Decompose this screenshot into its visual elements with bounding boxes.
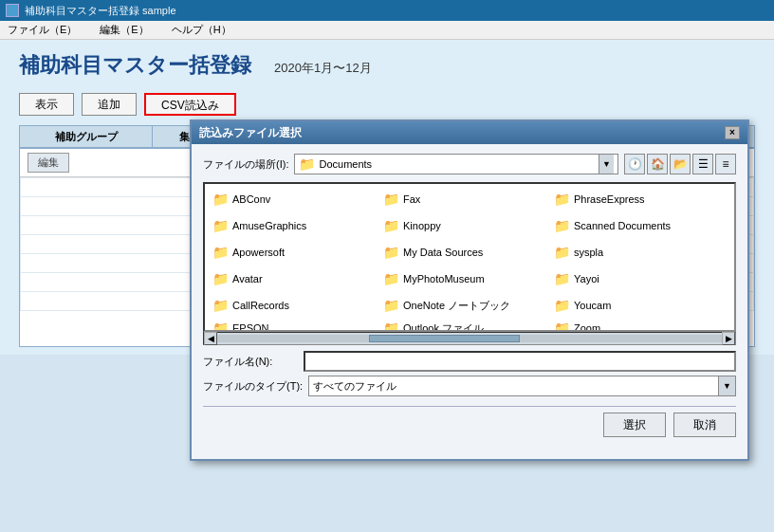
file-name: Outlook ファイル	[403, 321, 484, 333]
toolbar: 表示 追加 CSV読込み	[19, 93, 755, 116]
file-item[interactable]: 📁Outlook ファイル	[378, 319, 548, 332]
content-area: 編集 読込みファイル選択 ×	[19, 148, 755, 347]
location-value: Documents	[319, 158, 595, 170]
file-item[interactable]: 📁Youcam	[548, 292, 719, 319]
menu-file[interactable]: ファイル（E）	[4, 23, 81, 37]
file-item[interactable]: 📁CallRecords	[207, 292, 378, 319]
file-item[interactable]: 📁Apowersoft	[207, 239, 378, 266]
page-subtitle: 2020年1月〜12月	[274, 60, 372, 77]
location-dropdown-arrow[interactable]: ▼	[599, 155, 614, 174]
file-name: AmuseGraphics	[232, 220, 306, 231]
file-name: ABConv	[232, 193, 270, 205]
folder-icon: 📁	[554, 192, 570, 207]
scroll-thumb[interactable]	[369, 335, 521, 342]
main-area: 補助科目マスター括登録 2020年1月〜12月 表示 追加 CSV読込み 補助グ…	[0, 40, 774, 355]
file-item[interactable]: 📁My Data Sources	[378, 239, 548, 266]
nav-btn-recent[interactable]: 🕐	[624, 154, 645, 174]
file-name: Yayoi	[574, 273, 599, 284]
file-grid-inner: 📁ABConv📁Fax📁PhraseExpress📁AmuseGraphics📁…	[205, 184, 717, 332]
file-item[interactable]: 📁PhraseExpress	[548, 186, 719, 212]
dialog-title-bar: 読込みファイル選択 ×	[192, 121, 747, 144]
display-button[interactable]: 表示	[19, 93, 74, 116]
dialog-title: 読込みファイル選択	[199, 125, 302, 141]
location-dropdown[interactable]: 📁 Documents ▼	[294, 154, 618, 174]
page-title: 補助科目マスター括登録	[19, 51, 251, 80]
file-name: CallRecords	[232, 300, 289, 311]
file-name: Avatar	[232, 273, 263, 284]
file-name: Youcam	[574, 300, 611, 311]
scroll-right-btn[interactable]: ▶	[722, 332, 735, 345]
file-name: EPSON	[232, 322, 269, 332]
menu-help[interactable]: ヘルプ（H）	[168, 23, 235, 37]
folder-icon: 📁	[383, 321, 399, 332]
dialog-body: ファイルの場所(I): 📁 Documents ▼ 🕐 🏠 📂 ☰ ≡	[192, 144, 747, 445]
file-item[interactable]: 📁Zoom	[548, 319, 719, 332]
file-item[interactable]: 📁AmuseGraphics	[207, 212, 378, 239]
file-item[interactable]: 📁Fax	[378, 186, 548, 212]
file-item[interactable]: 📁ABConv	[207, 186, 378, 212]
folder-icon: 📁	[212, 192, 229, 207]
file-name: Scanned Documents	[574, 220, 671, 231]
filetype-row: ファイルのタイプ(T): すべてのファイル ▼	[203, 376, 736, 396]
folder-icon: 📁	[554, 298, 570, 313]
file-item[interactable]: 📁syspla	[548, 239, 719, 266]
horizontal-scrollbar[interactable]: ◀ ▶	[203, 332, 736, 345]
file-name: Fax	[403, 193, 420, 205]
scroll-track[interactable]	[217, 335, 722, 342]
folder-icon: 📁	[212, 218, 229, 233]
nav-btn-list[interactable]: ☰	[692, 154, 713, 174]
menu-bar: ファイル（E） 編集（E） ヘルプ（H）	[0, 21, 774, 40]
file-name: PhraseExpress	[574, 193, 645, 205]
csv-import-button[interactable]: CSV読込み	[144, 93, 236, 116]
menu-edit[interactable]: 編集（E）	[96, 23, 152, 37]
file-item[interactable]: 📁Yayoi	[548, 266, 719, 292]
file-name: Apowersoft	[232, 247, 285, 258]
title-bar: 補助科目マスター括登録 sample	[0, 0, 774, 21]
nav-btn-new-folder[interactable]: 📂	[670, 154, 691, 174]
folder-icon: 📁	[212, 271, 229, 286]
dialog-buttons: 選択 取消	[203, 406, 736, 437]
folder-icon: 📁	[383, 271, 399, 286]
select-button[interactable]: 選択	[603, 413, 666, 437]
cancel-button[interactable]: 取消	[673, 413, 736, 437]
folder-icon: 📁	[212, 321, 229, 332]
file-item[interactable]: 📁MyPhotoMuseum	[378, 266, 548, 292]
file-item[interactable]: 📁Kinoppy	[378, 212, 548, 239]
dialog-close-button[interactable]: ×	[725, 126, 740, 139]
file-name: MyPhotoMuseum	[403, 273, 485, 284]
filetype-value: すべてのファイル	[313, 379, 731, 394]
file-name: My Data Sources	[403, 247, 483, 258]
location-row: ファイルの場所(I): 📁 Documents ▼ 🕐 🏠 📂 ☰ ≡	[203, 154, 736, 174]
file-name: OneNote ノートブック	[403, 299, 510, 313]
file-item[interactable]: 📁Avatar	[207, 266, 378, 292]
nav-btn-details[interactable]: ≡	[715, 154, 736, 174]
folder-icon: 📁	[554, 321, 570, 332]
file-item[interactable]: 📁OneNote ノートブック	[378, 292, 548, 319]
folder-icon: 📁	[383, 192, 399, 207]
add-button[interactable]: 追加	[82, 93, 137, 116]
location-label: ファイルの場所(I):	[203, 157, 288, 172]
folder-icon: 📁	[554, 218, 570, 233]
scroll-left-btn[interactable]: ◀	[204, 332, 217, 345]
file-grid[interactable]: 📁ABConv📁Fax📁PhraseExpress📁AmuseGraphics📁…	[203, 182, 736, 332]
filetype-label: ファイルのタイプ(T):	[203, 379, 303, 394]
nav-btn-up[interactable]: 🏠	[647, 154, 668, 174]
folder-icon: 📁	[383, 218, 399, 233]
folder-icon: 📁	[212, 245, 229, 260]
filename-label: ファイル名(N):	[203, 355, 298, 369]
filetype-dropdown-arrow[interactable]: ▼	[718, 376, 735, 395]
page-title-row: 補助科目マスター括登録 2020年1月〜12月	[19, 51, 755, 80]
filetype-select[interactable]: すべてのファイル ▼	[308, 376, 736, 396]
nav-buttons: 🕐 🏠 📂 ☰ ≡	[624, 154, 736, 174]
edit-button[interactable]: 編集	[28, 153, 69, 173]
folder-icon: 📁	[299, 156, 315, 172]
file-name: syspla	[574, 247, 603, 258]
file-select-dialog: 読込みファイル選択 × ファイルの場所(I): 📁 Documents ▼ 🕐 …	[190, 119, 749, 461]
folder-icon: 📁	[383, 245, 399, 260]
file-item[interactable]: 📁Scanned Documents	[548, 212, 719, 239]
file-item[interactable]: 📁EPSON	[207, 319, 378, 332]
th-group: 補助グループ	[20, 126, 153, 147]
file-name: Kinoppy	[403, 220, 441, 231]
folder-icon: 📁	[212, 298, 229, 313]
filename-input[interactable]	[304, 351, 736, 372]
